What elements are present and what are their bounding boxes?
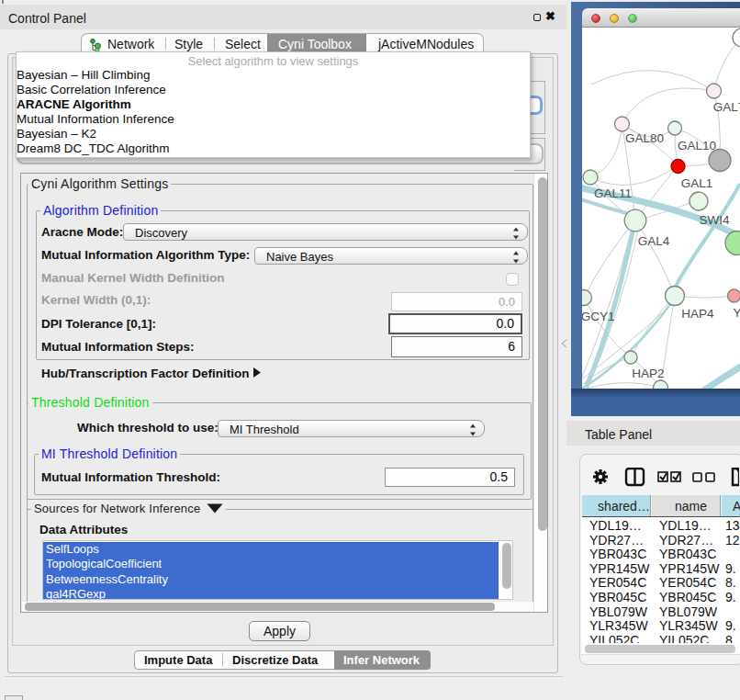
svg-text:GCY1: GCY1 <box>582 310 614 323</box>
svg-text:GAL1: GAL1 <box>681 176 713 190</box>
svg-text:GAL11: GAL11 <box>594 186 632 200</box>
svg-text:GAL7: GAL7 <box>713 100 740 114</box>
svg-text:HAP2: HAP2 <box>632 367 664 380</box>
svg-text:GAL4: GAL4 <box>638 234 670 248</box>
svg-text:SWI4: SWI4 <box>699 213 729 227</box>
svg-text:GAL80: GAL80 <box>625 131 664 145</box>
svg-text:Y: Y <box>733 306 740 320</box>
svg-text:HAP4: HAP4 <box>681 307 714 321</box>
svg-text:GAL10: GAL10 <box>678 139 716 152</box>
